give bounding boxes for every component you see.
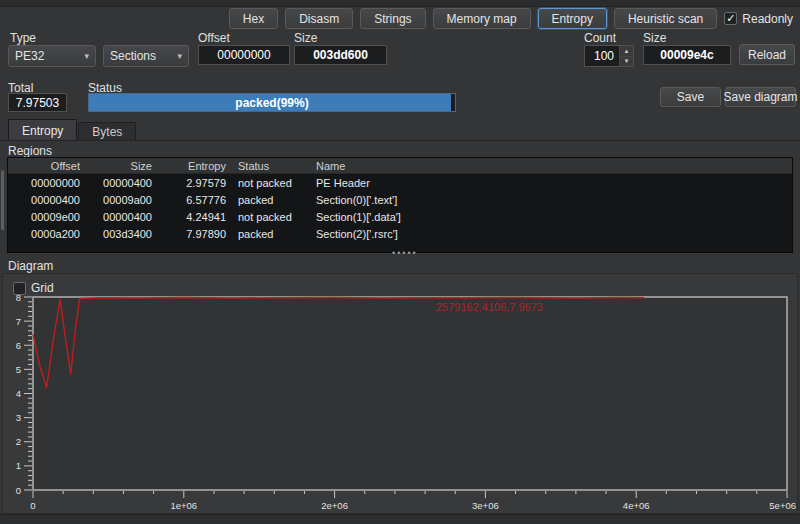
- column-header-size[interactable]: Size: [88, 160, 160, 172]
- table-row[interactable]: 0000a200003d34007.97890packedSection(2)[…: [8, 225, 792, 242]
- count-label: Count: [584, 31, 616, 45]
- x-tick-label: 3e+06: [472, 500, 499, 511]
- window-bottom-edge: [0, 514, 800, 524]
- diagram-title: Diagram: [8, 259, 53, 273]
- column-header-offset[interactable]: Offset: [8, 160, 88, 172]
- x-tick-label: 4e+06: [623, 500, 650, 511]
- size-input[interactable]: 003dd600: [294, 45, 387, 65]
- count-spinner[interactable]: 100 ▴ ▾: [584, 45, 634, 67]
- status-text: packed(99%): [89, 94, 455, 111]
- block-size-input[interactable]: 00009e4c: [643, 45, 731, 65]
- toolbar-button-heuristic-scan[interactable]: Heuristic scan: [614, 8, 717, 29]
- table-row[interactable]: 0000040000009a006.57776packedSection(0)[…: [8, 191, 792, 208]
- tab-bytes[interactable]: Bytes: [78, 122, 136, 141]
- reload-button[interactable]: Reload: [739, 44, 795, 65]
- size-label: Size: [294, 31, 317, 45]
- count-spin-buttons[interactable]: ▴ ▾: [619, 46, 633, 66]
- cell-status: not packed: [234, 177, 312, 189]
- splitter-handle-horizontal[interactable]: •••••: [392, 248, 418, 258]
- column-header-entropy[interactable]: Entropy: [160, 160, 234, 172]
- cell-offset: 00000000: [8, 177, 88, 189]
- spin-down-icon[interactable]: ▾: [620, 57, 633, 67]
- count-value: 100: [585, 46, 619, 66]
- cell-name: Section(2)['.rsrc']: [312, 228, 792, 240]
- entropy-diagram[interactable]: 01234567801e+062e+063e+064e+065e+0625791…: [2, 293, 798, 514]
- block-size-label: Size: [643, 31, 666, 45]
- y-tick-label: 0: [16, 485, 21, 496]
- cell-offset: 00009e00: [8, 211, 88, 223]
- y-tick-label: 5: [16, 364, 21, 375]
- cell-status: not packed: [234, 211, 312, 223]
- x-tick-label: 0: [30, 500, 35, 511]
- cell-name: Section(1)['.data']: [312, 211, 792, 223]
- cell-size: 00009a00: [88, 194, 160, 206]
- chevron-down-icon: ▾: [169, 51, 182, 61]
- cell-name: PE Header: [312, 177, 792, 189]
- main-toolbar: HexDisasmStringsMemory mapEntropyHeurist…: [229, 8, 793, 29]
- tab-divider: [0, 140, 800, 141]
- save-diagram-button[interactable]: Save diagram: [725, 87, 796, 107]
- cell-size: 00000400: [88, 177, 160, 189]
- type-select[interactable]: PE32 ▾: [8, 45, 96, 67]
- readonly-checkbox[interactable]: ✓ Readonly: [724, 12, 793, 26]
- readonly-checkbox-box[interactable]: ✓: [724, 12, 737, 25]
- mode-value: Sections: [110, 49, 156, 63]
- toolbar-buttons: HexDisasmStringsMemory mapEntropyHeurist…: [229, 8, 717, 29]
- chevron-down-icon: ▾: [76, 51, 89, 61]
- cell-status: packed: [234, 228, 312, 240]
- spin-up-icon[interactable]: ▴: [620, 46, 633, 57]
- cell-status: packed: [234, 194, 312, 206]
- x-tick-label: 2e+06: [321, 500, 348, 511]
- x-tick-label: 5e+06: [769, 500, 796, 511]
- regions-title: Regions: [8, 144, 52, 158]
- x-tick-label: 1e+06: [170, 500, 197, 511]
- offset-input[interactable]: 00000000: [198, 45, 290, 65]
- type-value: PE32: [15, 49, 44, 63]
- y-tick-label: 8: [16, 293, 21, 303]
- cell-entropy: 7.97890: [160, 228, 234, 240]
- save-button[interactable]: Save: [660, 87, 721, 107]
- type-label: Type: [10, 31, 36, 45]
- regions-table-header: OffsetSizeEntropyStatusName: [8, 158, 792, 174]
- total-value: 7.97503: [8, 93, 67, 112]
- view-tabs: EntropyBytes: [8, 119, 137, 141]
- y-tick-label: 4: [16, 388, 21, 399]
- cell-size: 00000400: [88, 211, 160, 223]
- y-tick-label: 7: [16, 316, 21, 327]
- cursor-coordinates: 2579162.4106,7.9673: [436, 301, 543, 313]
- entropy-analyzer-window: { "toolbar": { "buttons": [ {"label": "H…: [0, 0, 800, 524]
- y-tick-label: 6: [16, 340, 21, 351]
- window-top-edge: [0, 0, 800, 7]
- toolbar-button-entropy[interactable]: Entropy: [538, 8, 607, 29]
- offset-label: Offset: [198, 31, 230, 45]
- mode-select[interactable]: Sections ▾: [103, 45, 189, 67]
- table-row[interactable]: 00000000000004002.97579not packedPE Head…: [8, 174, 792, 191]
- cell-offset: 00000400: [8, 194, 88, 206]
- cell-entropy: 2.97579: [160, 177, 234, 189]
- toolbar-button-strings[interactable]: Strings: [360, 8, 425, 29]
- cell-entropy: 4.24941: [160, 211, 234, 223]
- toolbar-button-disasm[interactable]: Disasm: [285, 8, 353, 29]
- column-header-name[interactable]: Name: [312, 160, 792, 172]
- readonly-label: Readonly: [742, 12, 793, 26]
- cell-name: Section(0)['.text']: [312, 194, 792, 206]
- table-row[interactable]: 00009e00000004004.24941not packedSection…: [8, 208, 792, 225]
- regions-table: OffsetSizeEntropyStatusName0000000000000…: [7, 157, 793, 253]
- y-tick-label: 3: [16, 412, 21, 423]
- cell-size: 003d3400: [88, 228, 160, 240]
- left-scroll-handle[interactable]: [1, 170, 4, 230]
- status-progressbar: packed(99%): [88, 93, 456, 112]
- toolbar-button-hex[interactable]: Hex: [229, 8, 278, 29]
- cell-entropy: 6.57776: [160, 194, 234, 206]
- column-header-status[interactable]: Status: [234, 160, 312, 172]
- tab-entropy[interactable]: Entropy: [8, 119, 77, 141]
- y-tick-label: 2: [16, 436, 21, 447]
- cell-offset: 0000a200: [8, 228, 88, 240]
- y-tick-label: 1: [16, 460, 21, 471]
- toolbar-button-memory-map[interactable]: Memory map: [433, 8, 531, 29]
- plot-area: [33, 297, 787, 490]
